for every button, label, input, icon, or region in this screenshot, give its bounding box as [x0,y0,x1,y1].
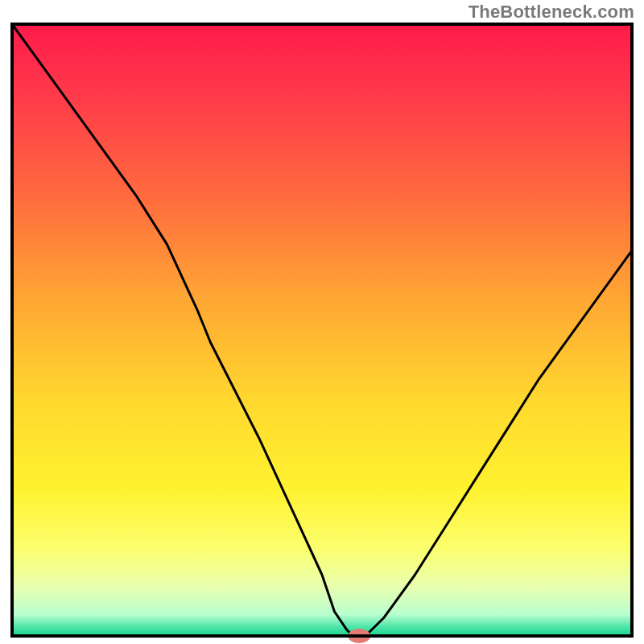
bottleneck-chart [0,0,644,644]
plot-area [12,24,632,643]
chart-container: TheBottleneck.com [0,0,644,644]
heat-gradient [12,24,632,636]
